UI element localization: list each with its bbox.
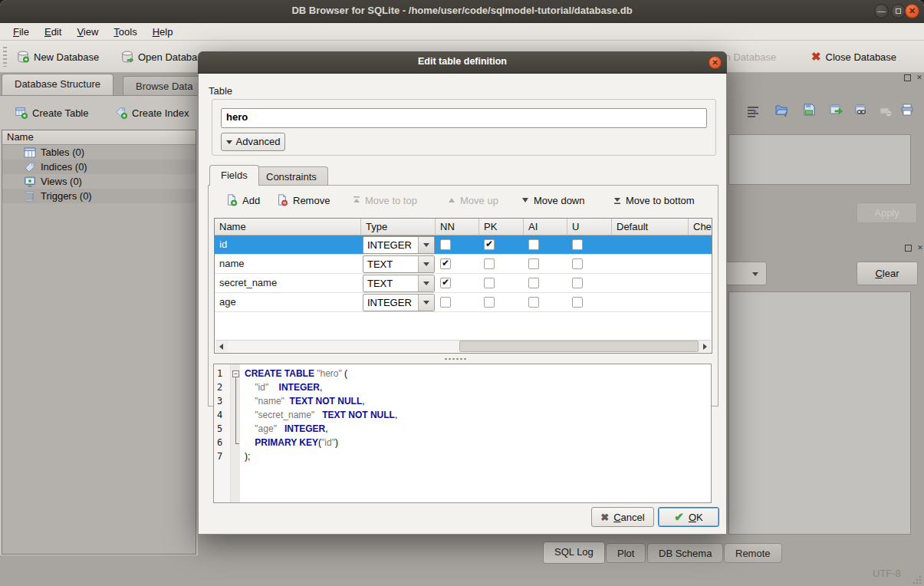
- field-name-cell[interactable]: name: [219, 258, 245, 269]
- apply-button[interactable]: Apply: [857, 202, 917, 223]
- pk-checkbox[interactable]: [484, 278, 495, 288]
- dialog-close-button[interactable]: ✕: [709, 56, 722, 69]
- u-checkbox[interactable]: [572, 278, 583, 288]
- menu-tools[interactable]: Tools: [107, 25, 143, 39]
- text-lines-icon[interactable]: [746, 104, 760, 118]
- tab-browse-data[interactable]: Browse Data: [123, 76, 206, 95]
- u-checkbox[interactable]: [572, 239, 583, 250]
- u-checkbox[interactable]: [572, 297, 583, 308]
- close-database-button[interactable]: ✖ Close Database: [807, 46, 901, 67]
- nn-checkbox[interactable]: [440, 239, 451, 250]
- field-name-cell[interactable]: secret_name: [219, 277, 277, 288]
- ok-button[interactable]: ✔OK: [658, 507, 719, 527]
- tree-item-tables[interactable]: Tables (0): [2, 145, 196, 160]
- move-to-bottom-button[interactable]: Move to bottom: [613, 191, 695, 209]
- move-up-button[interactable]: Move up: [448, 191, 498, 209]
- sql-preview-editor[interactable]: 1 2 3 4 5 6 7 − CREATE TABLE "hero" ( "i…: [213, 364, 712, 503]
- chevron-down-icon: [752, 272, 758, 276]
- field-row-secret-name[interactable]: secret_name TEXT: [215, 274, 712, 293]
- float-dock-icon[interactable]: [903, 74, 912, 83]
- field-row-age[interactable]: age INTEGER: [215, 293, 712, 312]
- remove-field-button[interactable]: Remove: [276, 191, 330, 209]
- menu-edit[interactable]: Edit: [38, 25, 68, 39]
- menu-view[interactable]: View: [70, 25, 105, 39]
- set-null-icon[interactable]: [879, 104, 893, 118]
- tab-database-structure[interactable]: Database Structure: [2, 74, 113, 95]
- minimize-button[interactable]: —: [874, 4, 889, 18]
- type-combobox[interactable]: TEXT: [363, 255, 435, 273]
- edit-cell-text-area[interactable]: [728, 134, 911, 185]
- pk-checkbox[interactable]: [484, 297, 495, 308]
- nn-checkbox[interactable]: [440, 278, 451, 288]
- new-database-button[interactable]: New Database: [12, 46, 104, 67]
- cancel-button[interactable]: ✖Cancel: [591, 507, 654, 527]
- col-header-pk[interactable]: PK: [479, 219, 524, 235]
- move-to-top-button[interactable]: Move to top: [353, 191, 417, 209]
- ai-checkbox[interactable]: [528, 239, 539, 250]
- nn-checkbox[interactable]: [440, 297, 451, 308]
- create-table-button[interactable]: Create Table: [12, 103, 91, 123]
- clear-log-button[interactable]: Clear: [857, 262, 918, 285]
- scroll-right-arrow[interactable]: [699, 341, 711, 352]
- tree-item-indices[interactable]: Indices (0): [2, 160, 196, 174]
- resize-grip[interactable]: [911, 574, 922, 584]
- close-button[interactable]: ✕: [905, 4, 919, 18]
- ai-checkbox[interactable]: [528, 258, 539, 269]
- table-name-input[interactable]: hero: [221, 108, 707, 128]
- tab-fields[interactable]: Fields: [209, 165, 259, 186]
- pk-checkbox[interactable]: [484, 239, 495, 250]
- bottom-tab-sql-log[interactable]: SQL Log: [543, 542, 605, 564]
- tree-item-views[interactable]: Views (0): [2, 174, 196, 189]
- float-dock-icon[interactable]: [903, 244, 912, 253]
- col-header-default[interactable]: Default: [612, 219, 689, 235]
- close-dock-icon[interactable]: ✕: [915, 74, 924, 83]
- fold-collapse-icon[interactable]: −: [232, 370, 239, 377]
- menu-help[interactable]: Help: [146, 25, 180, 39]
- nn-checkbox[interactable]: [440, 258, 451, 269]
- field-name-cell[interactable]: age: [219, 296, 236, 308]
- save-cell-icon[interactable]: [802, 103, 816, 117]
- horizontal-scrollbar[interactable]: [215, 340, 711, 352]
- col-header-ai[interactable]: AI: [524, 219, 567, 235]
- dialog-titlebar[interactable]: Edit table definition ✕: [198, 51, 727, 74]
- remove-icon: [276, 194, 288, 206]
- link-cell-icon[interactable]: [854, 103, 868, 117]
- tree-header-name[interactable]: Name: [2, 130, 196, 145]
- close-dock-icon[interactable]: ✕: [916, 244, 924, 253]
- field-name-cell[interactable]: id: [219, 239, 227, 250]
- bottom-tab-db-schema[interactable]: DB Schema: [647, 543, 723, 563]
- tree-item-triggers[interactable]: Triggers (0): [2, 189, 196, 203]
- ai-checkbox[interactable]: [528, 297, 539, 308]
- col-header-type[interactable]: Type: [361, 219, 436, 235]
- maximize-button[interactable]: [891, 4, 906, 18]
- sql-log-text-area[interactable]: [728, 291, 911, 535]
- field-row-id[interactable]: id INTEGER: [215, 235, 712, 255]
- scroll-left-arrow[interactable]: [215, 341, 228, 352]
- type-combobox[interactable]: INTEGER: [363, 236, 435, 254]
- col-header-nn[interactable]: NN: [436, 219, 479, 235]
- open-folder-icon[interactable]: [774, 103, 788, 117]
- pk-checkbox[interactable]: [484, 258, 495, 269]
- type-combobox[interactable]: INTEGER: [363, 294, 435, 311]
- add-field-button[interactable]: Add: [225, 191, 260, 209]
- type-combobox[interactable]: TEXT: [363, 275, 435, 292]
- menu-file[interactable]: File: [6, 25, 36, 39]
- col-header-name[interactable]: Name: [215, 219, 361, 235]
- col-header-check[interactable]: Check: [689, 219, 712, 235]
- export-cell-icon[interactable]: [829, 103, 843, 117]
- advanced-button[interactable]: Advanced: [221, 133, 285, 151]
- window-titlebar[interactable]: DB Browser for SQLite - /home/user/code/…: [0, 0, 924, 23]
- bottom-tab-plot[interactable]: Plot: [606, 543, 646, 563]
- move-down-button[interactable]: Move down: [521, 191, 584, 209]
- col-header-u[interactable]: U: [567, 219, 612, 235]
- create-index-button[interactable]: Create Index: [112, 103, 192, 123]
- splitter-handle[interactable]: [444, 357, 467, 360]
- print-cell-icon[interactable]: [900, 103, 914, 117]
- bottom-tab-remote[interactable]: Remote: [724, 543, 782, 563]
- u-checkbox[interactable]: [572, 258, 583, 269]
- toolbar-grip[interactable]: [3, 47, 7, 67]
- tab-constraints[interactable]: Constraints: [255, 166, 328, 186]
- scrollbar-handle[interactable]: [459, 341, 699, 352]
- field-row-name[interactable]: name TEXT: [215, 255, 712, 274]
- ai-checkbox[interactable]: [528, 278, 539, 288]
